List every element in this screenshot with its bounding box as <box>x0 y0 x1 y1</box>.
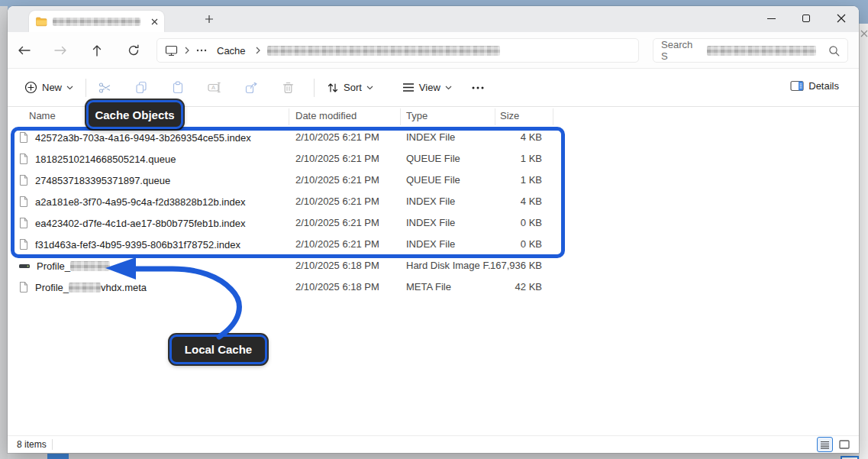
details-button-label: Details <box>808 80 839 92</box>
hard-disk-icon <box>18 260 31 272</box>
up-button[interactable] <box>86 40 108 61</box>
more-icon <box>472 86 484 89</box>
local-cache-label: Local Cache <box>185 343 252 356</box>
view-button[interactable]: View <box>396 77 458 98</box>
view-button-label: View <box>419 82 440 93</box>
share-icon <box>245 82 258 94</box>
new-button[interactable]: New <box>18 76 79 99</box>
close-icon <box>860 30 868 37</box>
table-row[interactable]: a2a181e8-3f70-4a95-9c4a-f2d38828b12b.ind… <box>8 191 859 212</box>
search-icon[interactable] <box>828 45 840 57</box>
file-date: 2/10/2025 6:18 PM <box>295 276 402 298</box>
refresh-button[interactable] <box>123 40 144 61</box>
minimize-button[interactable] <box>753 6 789 31</box>
table-row[interactable]: Profile_vhdx.meta 2/10/2025 6:18 PM META… <box>8 276 859 298</box>
details-pane-icon <box>790 80 804 92</box>
background-strip-bottom <box>8 453 859 459</box>
file-name: a2a181e8-3f70-4a95-9c4a-f2d38828b12b.ind… <box>35 191 245 212</box>
table-row[interactable]: ea423402-d7fe-4c1d-ae17-8b0b775feb1b.ind… <box>8 212 859 234</box>
column-header-size[interactable]: Size <box>497 110 522 121</box>
tab-bar <box>8 6 859 32</box>
chevron-down-icon <box>366 86 373 90</box>
breadcrumb-cache[interactable]: Cache <box>214 44 249 58</box>
background-window-edge-right <box>859 24 868 459</box>
column-divider[interactable] <box>289 108 289 125</box>
forward-icon <box>54 45 67 56</box>
column-header-type[interactable]: Type <box>403 110 431 121</box>
toolbar-separator <box>86 79 86 97</box>
chevron-down-icon <box>66 86 73 90</box>
refresh-icon <box>127 44 140 57</box>
table-row[interactable]: 42572a3b-703a-4a16-9494-3b269354ce55.ind… <box>8 127 859 148</box>
file-list: 42572a3b-703a-4a16-9494-3b269354ce55.ind… <box>8 127 859 298</box>
rename-button[interactable]: A <box>202 76 227 100</box>
file-name: 42572a3b-703a-4a16-9494-3b269354ce55.ind… <box>35 127 251 148</box>
new-tab-button[interactable] <box>200 10 218 28</box>
sort-button[interactable]: Sort <box>321 77 379 99</box>
search-visible-text: Search S <box>661 39 701 62</box>
more-options-button[interactable] <box>466 76 490 100</box>
rename-icon: A <box>208 82 221 93</box>
search-text-redacted <box>707 46 816 56</box>
file-date: 2/10/2025 6:18 PM <box>295 255 402 276</box>
folder-icon <box>35 16 47 27</box>
copy-button[interactable] <box>129 76 153 100</box>
share-button[interactable] <box>239 76 263 100</box>
trash-icon <box>282 82 294 94</box>
breadcrumb-path-redacted <box>267 46 500 56</box>
plus-circle-icon <box>24 81 37 94</box>
file-explorer-window: Cache Search S New <box>8 6 859 453</box>
column-divider[interactable] <box>553 108 553 125</box>
file-type: QUEUE File <box>406 170 492 191</box>
svg-text:A: A <box>211 84 215 91</box>
explorer-tab[interactable] <box>29 11 164 32</box>
table-row[interactable]: 2748537183395371897.queue 2/10/2025 6:21… <box>8 170 859 191</box>
column-header-name[interactable]: Name <box>26 110 59 121</box>
background-fragment <box>47 454 69 459</box>
column-divider[interactable] <box>495 108 495 125</box>
table-row[interactable]: 18182510214668505214.queue 2/10/2025 6:2… <box>8 148 859 170</box>
search-input[interactable]: Search S <box>653 38 848 63</box>
chevron-down-icon <box>445 86 452 90</box>
details-button[interactable]: Details <box>784 76 845 96</box>
close-button[interactable] <box>824 6 859 31</box>
file-name: ea423402-d7fe-4c1d-ae17-8b0b775feb1b.ind… <box>35 212 245 234</box>
copy-icon <box>135 81 147 94</box>
forward-button[interactable] <box>50 40 71 61</box>
cache-objects-label: Cache Objects <box>95 108 174 121</box>
scissors-icon <box>98 82 111 94</box>
column-divider[interactable] <box>400 108 401 125</box>
background-window-edge-left <box>0 6 8 459</box>
column-header-date[interactable]: Date modified <box>292 110 360 121</box>
table-row[interactable]: f31d463a-fef3-4b95-9395-806b31f78752.ind… <box>8 234 859 255</box>
tab-close-icon[interactable] <box>151 18 158 25</box>
details-view-toggle[interactable] <box>817 437 833 452</box>
view-list-icon <box>402 82 415 92</box>
maximize-icon <box>802 15 810 22</box>
chevron-right-icon <box>256 47 260 54</box>
desktop: Cache Search S New <box>0 0 868 459</box>
delete-button[interactable] <box>276 76 300 100</box>
background-fragment <box>841 456 859 459</box>
maximize-button[interactable] <box>789 6 824 31</box>
sort-button-label: Sort <box>344 82 362 93</box>
paste-button[interactable] <box>166 76 190 100</box>
sort-icon <box>327 82 339 94</box>
file-name: 2748537183395371897.queue <box>35 170 170 191</box>
details-view-icon <box>820 441 830 449</box>
file-icon <box>18 196 29 208</box>
file-icon <box>18 281 29 293</box>
thumbnail-view-toggle[interactable] <box>836 437 852 452</box>
toolbar-separator <box>314 79 315 97</box>
up-icon <box>92 44 102 57</box>
this-pc-icon <box>165 45 178 57</box>
breadcrumb-ellipsis[interactable] <box>196 49 207 52</box>
back-button[interactable] <box>13 40 34 61</box>
new-button-label: New <box>42 82 62 93</box>
file-type: INDEX File <box>406 234 492 255</box>
chevron-right-icon <box>185 47 189 54</box>
file-date: 2/10/2025 6:21 PM <box>295 212 402 234</box>
cut-button[interactable] <box>92 76 117 100</box>
table-row[interactable]: Profile_ 2/10/2025 6:18 PM Hard Disk Ima… <box>8 255 859 276</box>
address-breadcrumb[interactable]: Cache <box>156 38 639 63</box>
